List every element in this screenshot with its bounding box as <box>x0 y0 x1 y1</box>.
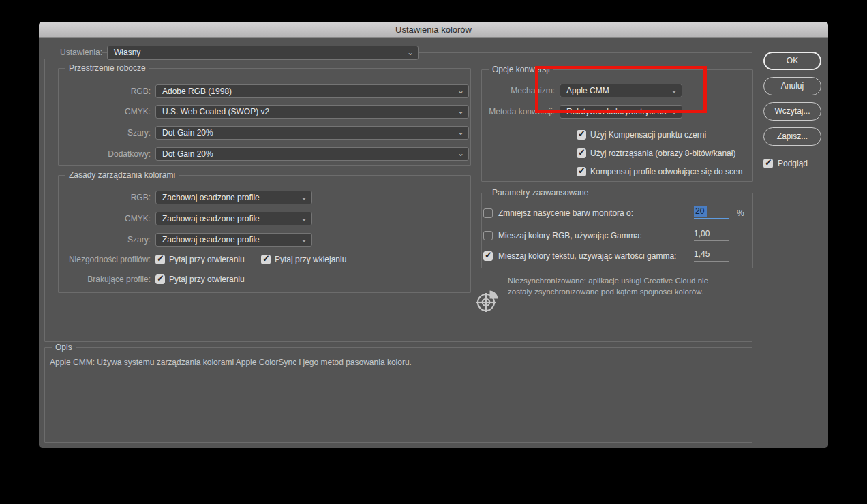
working-spaces-legend: Przestrzenie robocze <box>65 63 149 74</box>
policy-gray-select[interactable]: Zachowaj osadzone profile ⌄ <box>155 233 312 247</box>
chevron-down-icon: ⌄ <box>457 127 464 138</box>
check-icon: ✓ <box>157 253 164 264</box>
working-gray-select[interactable]: Dot Gain 20% ⌄ <box>155 126 469 140</box>
blend-rgb-gamma-value: 1,00 <box>694 229 710 238</box>
chevron-down-icon: ⌄ <box>301 191 307 202</box>
blend-text-gamma-label: Mieszaj kolory tekstu, używając wartości… <box>498 251 676 262</box>
blend-rgb-gamma-input[interactable]: 1,00 <box>694 229 729 241</box>
colorsync-icon <box>476 288 502 313</box>
rgb-label: RGB: <box>59 84 151 98</box>
missing-profiles-label: Brakujące profile: <box>59 274 151 285</box>
chevron-down-icon: ⌄ <box>457 148 464 159</box>
settings-preset-select[interactable]: Własny ⌄ <box>107 46 419 60</box>
desaturate-amount-input[interactable]: 20 <box>694 206 729 219</box>
sync-warning-line1: Niezsynchronizowane: aplikacje usługi Cr… <box>508 276 708 287</box>
blend-rgb-gamma-label: Mieszaj kolory RGB, używając Gamma: <box>498 231 642 241</box>
cancel-button[interactable]: Anuluj <box>763 77 821 95</box>
description-text: Apple CMM: Używa systemu zarządzania kol… <box>50 358 412 367</box>
titlebar[interactable]: Ustawienia kolorów <box>39 22 828 38</box>
check-icon: ✓ <box>262 253 270 264</box>
working-spaces-group: Przestrzenie robocze RGB: Adobe RGB (199… <box>58 68 471 166</box>
working-rgb-select[interactable]: Adobe RGB (1998) ⌄ <box>155 84 469 98</box>
description-legend: Opis <box>52 343 76 353</box>
policy-rgb-value: Zachowaj osadzone profile <box>162 191 260 204</box>
chevron-down-icon: ⌄ <box>301 234 307 245</box>
settings-label: Ustawienia: <box>39 46 102 59</box>
spot-label: Dodatkowy: <box>59 147 151 161</box>
chevron-down-icon: ⌄ <box>457 85 464 96</box>
policy-rgb-select[interactable]: Zachowaj osadzone profile ⌄ <box>155 191 312 204</box>
blend-text-gamma-input[interactable]: 1,45 <box>694 249 729 262</box>
working-gray-value: Dot Gain 20% <box>162 127 213 139</box>
policy-cmyk-select[interactable]: Zachowaj osadzone profile ⌄ <box>155 212 312 225</box>
annotation-highlight-rectangle <box>535 66 707 113</box>
settings-preset-value: Własny <box>114 46 140 59</box>
ask-when-opening-label: Pytaj przy otwieraniu <box>169 255 245 265</box>
color-settings-dialog: Ustawienia kolorów Ustawienia: Własny ⌄ … <box>39 22 828 448</box>
advanced-group: Parametry zaawansowane Zmniejsz nasyceni… <box>481 193 753 268</box>
black-point-compensation-label: Użyj Kompensacji punktu czerni <box>590 130 706 140</box>
ask-when-opening-checkbox[interactable]: ✓ <box>155 255 165 264</box>
advanced-legend: Parametry zaawansowane <box>489 188 592 198</box>
load-button-label: Wczytaj... <box>774 106 810 116</box>
policies-legend: Zasady zarządzania kolorami <box>65 170 179 180</box>
sync-warning-line2: zostały zsynchronizowane pod kątem spójn… <box>508 287 708 298</box>
gray-label: Szary: <box>59 126 151 140</box>
desaturate-monitor-label: Zmniejsz nasycenie barw monitora o: <box>498 208 633 219</box>
save-button[interactable]: Zapisz... <box>763 127 821 146</box>
check-icon: ✓ <box>485 250 492 260</box>
description-group: Opis Apple CMM: Używa systemu zarządzani… <box>44 347 752 443</box>
working-spot-select[interactable]: Dot Gain 20% ⌄ <box>155 147 469 161</box>
policies-group: Zasady zarządzania kolorami RGB: Zachowa… <box>58 175 471 293</box>
policy-cmyk-label: CMYK: <box>59 212 151 225</box>
chevron-down-icon: ⌄ <box>301 212 307 223</box>
check-icon: ✓ <box>578 166 585 176</box>
scene-referred-profiles-checkbox[interactable]: ✓ <box>577 167 586 176</box>
check-icon: ✓ <box>157 273 164 283</box>
chevron-down-icon: ⌄ <box>407 46 414 59</box>
blend-text-gamma-checkbox[interactable]: ✓ <box>483 251 493 261</box>
policy-rgb-label: RGB: <box>59 191 151 204</box>
working-cmyk-select[interactable]: U.S. Web Coated (SWOP) v2 ⌄ <box>155 105 469 119</box>
working-cmyk-value: U.S. Web Coated (SWOP) v2 <box>162 106 269 118</box>
blend-text-gamma-value: 1,45 <box>694 249 710 259</box>
use-dither-checkbox[interactable]: ✓ <box>577 148 586 158</box>
ask-when-pasting-label: Pytaj przy wklejaniu <box>275 255 346 265</box>
missing-ask-opening-checkbox[interactable]: ✓ <box>155 274 165 284</box>
percent-suffix: % <box>737 208 744 219</box>
sync-warning: Niezsynchronizowane: aplikacje usługi Cr… <box>508 276 708 297</box>
working-spot-value: Dot Gain 20% <box>162 148 213 160</box>
policy-cmyk-value: Zachowaj osadzone profile <box>162 212 260 225</box>
load-button[interactable]: Wczytaj... <box>763 102 821 121</box>
save-button-label: Zapisz... <box>777 131 808 141</box>
check-icon: ✓ <box>578 129 585 139</box>
profile-mismatch-label: Niezgodności profilów: <box>59 255 151 265</box>
desaturate-amount-value: 20 <box>694 206 707 217</box>
missing-ask-opening-label: Pytaj przy otwieraniu <box>169 274 245 285</box>
black-point-compensation-checkbox[interactable]: ✓ <box>577 130 586 140</box>
cmyk-label: CMYK: <box>59 105 151 119</box>
policy-gray-value: Zachowaj osadzone profile <box>162 234 260 246</box>
policy-gray-label: Szary: <box>59 233 151 247</box>
chevron-down-icon: ⌄ <box>457 106 464 116</box>
preview-checkbox[interactable]: ✓ <box>763 159 773 168</box>
ask-when-pasting-checkbox[interactable]: ✓ <box>261 255 271 264</box>
preview-label: Podgląd <box>778 159 808 169</box>
check-icon: ✓ <box>578 147 585 157</box>
ok-button-label: OK <box>787 56 798 65</box>
working-rgb-value: Adobe RGB (1998) <box>162 85 232 97</box>
dialog-title: Ustawienia kolorów <box>395 25 472 35</box>
scene-referred-profiles-label: Kompensuj profile odwołujące się do scen <box>590 167 742 177</box>
desaturate-monitor-checkbox[interactable] <box>483 208 493 218</box>
use-dither-label: Użyj roztrząsania (obrazy 8-bitów/kanał) <box>590 148 735 159</box>
check-icon: ✓ <box>765 157 772 168</box>
cancel-button-label: Anuluj <box>781 81 804 91</box>
ok-button[interactable]: OK <box>763 52 821 70</box>
blend-rgb-gamma-checkbox[interactable] <box>483 231 493 240</box>
